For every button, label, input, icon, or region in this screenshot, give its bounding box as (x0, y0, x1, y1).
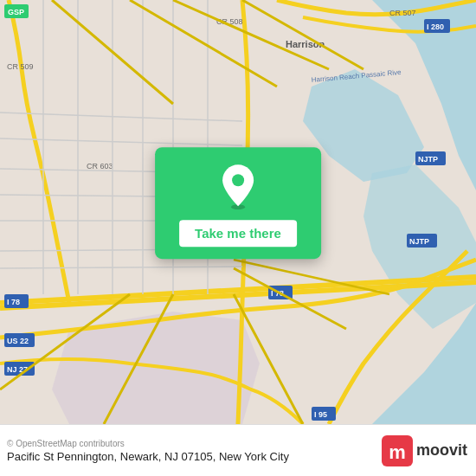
map-pin-icon (219, 163, 257, 209)
footer-info: © OpenStreetMap contributors Pacific St … (7, 439, 289, 463)
svg-text:NJTP: NJTP (418, 155, 438, 164)
svg-text:US 22: US 22 (7, 337, 29, 345)
moovit-logo: m moovit (382, 435, 467, 466)
popup-card: Take me there (155, 147, 321, 259)
address-text: Pacific St Pennington, Newark, NJ 07105,… (7, 450, 289, 463)
svg-point-57 (232, 174, 244, 186)
moovit-brand-text: moovit (416, 441, 467, 460)
svg-text:NJTP: NJTP (409, 237, 429, 246)
svg-text:CR 603: CR 603 (87, 162, 113, 170)
take-me-there-button[interactable]: Take me there (179, 220, 297, 247)
svg-text:CR 507: CR 507 (389, 9, 416, 17)
location-popup: Take me there (155, 147, 321, 259)
svg-text:GSP: GSP (8, 8, 24, 16)
svg-text:I 78: I 78 (7, 298, 20, 306)
svg-text:m: m (389, 441, 406, 463)
svg-text:I 280: I 280 (427, 23, 444, 31)
copyright-text: © OpenStreetMap contributors (7, 439, 289, 448)
map-view: CR 507 CR 508 CR 509 CR 603 GSP I 280 I … (0, 0, 476, 424)
moovit-brand-icon: m (382, 435, 413, 466)
svg-text:I 95: I 95 (314, 410, 327, 419)
footer: © OpenStreetMap contributors Pacific St … (0, 424, 476, 476)
svg-text:CR 509: CR 509 (7, 62, 34, 71)
